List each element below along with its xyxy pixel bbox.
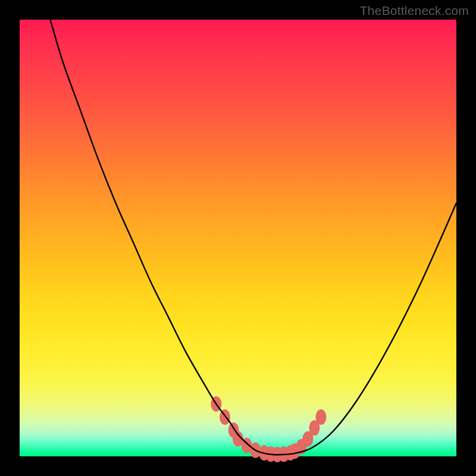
chart-frame: TheBottleneck.com bbox=[0, 0, 476, 476]
marker-blob bbox=[315, 409, 326, 425]
marker-layer bbox=[211, 396, 326, 462]
bottleneck-curve bbox=[50, 20, 456, 455]
curve-svg bbox=[20, 20, 456, 456]
watermark-text: TheBottleneck.com bbox=[360, 4, 469, 18]
plot-area bbox=[20, 20, 456, 456]
